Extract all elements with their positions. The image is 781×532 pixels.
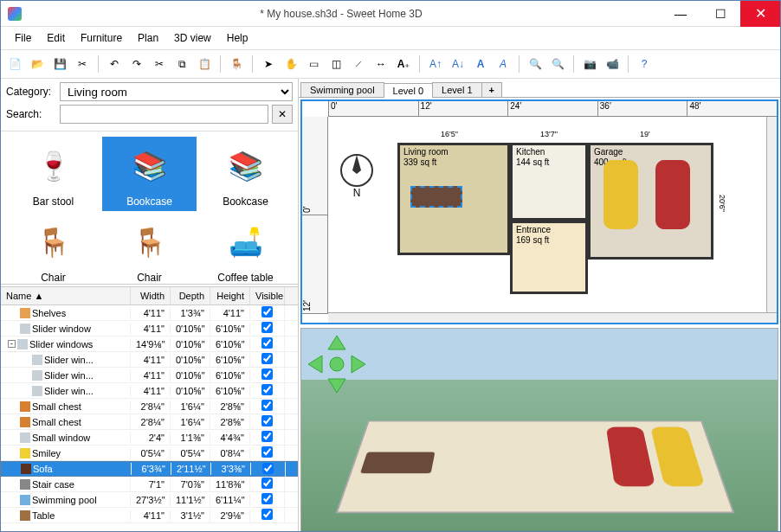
catalog-item[interactable]: 📚Bookcase (198, 137, 293, 211)
visible-checkbox[interactable] (261, 369, 273, 380)
3d-car-yellow (650, 427, 705, 487)
text-bigger-button[interactable]: A↑ (425, 54, 446, 74)
maximize-button[interactable]: ☐ (700, 1, 740, 27)
catalog-item[interactable]: 🍷Bar stool (6, 137, 100, 211)
dimension-tool[interactable]: ↔ (371, 54, 391, 74)
plan-sofa[interactable] (410, 186, 462, 208)
visible-checkbox[interactable] (262, 463, 274, 474)
photo-button[interactable]: 📷 (579, 54, 600, 74)
select-tool[interactable]: ➤ (258, 54, 279, 74)
category-select[interactable]: Living room (60, 82, 293, 101)
visible-checkbox[interactable] (261, 446, 273, 458)
level-tab[interactable]: Level 1 (432, 82, 481, 97)
furniture-row[interactable]: Shelves4'11"1'3¾"4'11" (1, 305, 298, 321)
compass-icon: N (335, 151, 378, 203)
plan-scrollbar-v[interactable] (766, 117, 777, 312)
svg-marker-6 (352, 356, 365, 373)
col-visible[interactable]: Visible (250, 287, 285, 304)
furniture-row[interactable]: Stair case7'1"7'0⅞"11'8⅜" (1, 477, 298, 492)
undo-button[interactable]: ↶ (104, 54, 125, 74)
furniture-row[interactable]: Slider window4'11"0'10⅝"6'10⅝" (1, 321, 298, 337)
add-furniture-button[interactable]: 🪑 (226, 54, 247, 74)
furniture-row[interactable]: Slider win...4'11"0'10⅝"6'10⅝" (1, 383, 298, 399)
save-button[interactable]: 💾 (49, 54, 70, 74)
furniture-row[interactable]: Swimming pool27'3½"11'1½"6'11¼" (1, 492, 298, 508)
car-yellow[interactable] (604, 160, 638, 229)
visible-checkbox[interactable] (261, 353, 273, 364)
visible-checkbox[interactable] (261, 431, 273, 442)
col-width[interactable]: Width (131, 287, 171, 304)
category-label: Category: (6, 86, 56, 98)
room-tool[interactable]: ◫ (326, 54, 346, 74)
ruler-vertical: 0'12' (302, 117, 328, 314)
window-title: * My house.sh3d - Sweet Home 3D (22, 8, 661, 20)
search-input[interactable] (60, 105, 268, 124)
preferences-button[interactable]: ✂ (72, 54, 93, 74)
redo-button[interactable]: ↷ (126, 54, 147, 74)
search-label: Search: (6, 108, 56, 120)
room-entrance[interactable]: Entrance169 sq ft (510, 221, 588, 294)
text-smaller-button[interactable]: A↓ (448, 54, 468, 74)
visible-checkbox[interactable] (261, 509, 273, 520)
search-clear-button[interactable]: ✕ (272, 105, 293, 124)
menu-edit[interactable]: Edit (40, 29, 72, 47)
menu-plan[interactable]: Plan (131, 29, 165, 47)
text-bold-button[interactable]: A (470, 54, 491, 74)
minimize-button[interactable]: — (661, 1, 700, 27)
zoom-in-button[interactable]: 🔍 (525, 54, 545, 74)
col-depth[interactable]: Depth (171, 287, 210, 304)
text-italic-button[interactable]: A (493, 54, 513, 74)
visible-checkbox[interactable] (261, 337, 273, 349)
wall-tool[interactable]: ▭ (303, 54, 324, 74)
furniture-row[interactable]: Slider win...4'11"0'10⅝"6'10⅝" (1, 352, 298, 368)
menu-file[interactable]: File (8, 29, 38, 47)
cut-button[interactable]: ✂ (149, 54, 170, 74)
room-kitchen[interactable]: Kitchen144 sq ft (510, 143, 588, 221)
menu-furniture[interactable]: Furniture (74, 29, 129, 47)
furniture-row[interactable]: Smiley0'5¼"0'5¼"0'8¼" (1, 445, 298, 461)
paste-button[interactable]: 📋 (194, 54, 215, 74)
visible-checkbox[interactable] (261, 322, 273, 333)
visible-checkbox[interactable] (261, 478, 273, 489)
catalog-item[interactable]: 📚Bookcase (102, 137, 197, 211)
visible-checkbox[interactable] (261, 384, 273, 395)
visible-checkbox[interactable] (261, 306, 273, 317)
furniture-row[interactable]: Sofa6'3¾"2'11½"3'3⅜" (1, 461, 298, 477)
level-tab[interactable]: Swimming pool (300, 82, 384, 97)
col-name[interactable]: Name ▲ (1, 287, 131, 304)
level-tab[interactable]: Level 0 (384, 83, 433, 98)
text-tool[interactable]: A₊ (393, 54, 414, 74)
catalog-item[interactable]: 🛋️Coffee table (198, 213, 293, 287)
furniture-row[interactable]: Table4'11"3'1½"2'9⅛" (1, 508, 298, 523)
help-button[interactable]: ? (634, 54, 655, 74)
catalog-item[interactable]: 🪑Chair (6, 213, 100, 287)
visible-checkbox[interactable] (261, 400, 273, 411)
furniture-row[interactable]: Small window2'4"1'1⅜"4'4¾" (1, 430, 298, 445)
dimension-label: 20'6" (718, 195, 726, 212)
col-height[interactable]: Height (210, 287, 250, 304)
plan-scrollbar-h[interactable] (328, 312, 777, 323)
copy-button[interactable]: ⧉ (171, 54, 192, 74)
car-red[interactable] (655, 160, 690, 229)
new-button[interactable]: 📄 (4, 54, 25, 74)
zoom-out-button[interactable]: 🔍 (547, 54, 568, 74)
pan-tool[interactable]: ✋ (281, 54, 301, 74)
plan-view[interactable]: 0'12'24'36'48' 0'12' N Living room339 sq… (300, 99, 778, 324)
furniture-row[interactable]: Small chest2'8¼"1'6¼"2'8⅝" (1, 414, 298, 430)
visible-checkbox[interactable] (261, 493, 273, 504)
catalog-item[interactable]: 🪑Chair (102, 213, 197, 287)
video-button[interactable]: 📹 (602, 54, 623, 74)
ruler-horizontal: 0'12'24'36'48' (328, 101, 777, 117)
furniture-row[interactable]: Small chest2'8¼"1'6¼"2'8⅝" (1, 399, 298, 414)
visible-checkbox[interactable] (261, 415, 273, 426)
menu-help[interactable]: Help (220, 29, 255, 47)
3d-view[interactable] (300, 328, 778, 532)
menu-3d-view[interactable]: 3D view (167, 29, 218, 47)
polyline-tool[interactable]: ⟋ (348, 54, 369, 74)
close-button[interactable]: ✕ (740, 1, 780, 27)
open-button[interactable]: 📂 (27, 54, 48, 74)
furniture-row[interactable]: Slider win...4'11"0'10⅝"6'10⅝" (1, 368, 298, 383)
svg-marker-3 (328, 336, 345, 349)
add-level-button[interactable]: + (481, 82, 502, 97)
furniture-row[interactable]: -Slider windows14'9⅛"0'10⅝"6'10⅝" (1, 337, 298, 352)
